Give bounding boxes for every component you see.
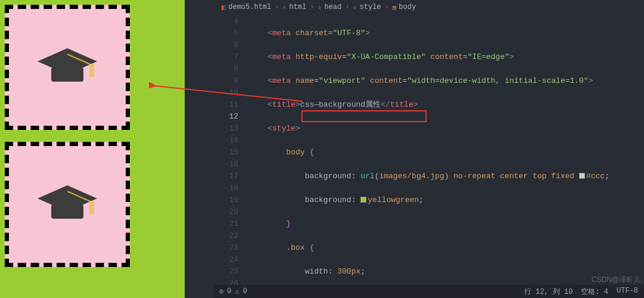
code-lines[interactable]: <meta charset="UTF-8"> <meta http-equiv=… xyxy=(249,14,644,285)
breadcrumb-part[interactable]: style xyxy=(359,3,381,11)
annotation-highlight xyxy=(301,110,427,122)
demo-box xyxy=(5,142,130,267)
breadcrumb-part[interactable]: html xyxy=(289,3,306,11)
status-spaces[interactable]: 空格: 4 xyxy=(581,287,608,297)
svg-rect-3 xyxy=(89,64,94,77)
preview-pane xyxy=(0,0,143,298)
html5-icon: ◧ xyxy=(222,3,226,12)
svg-rect-1 xyxy=(51,67,83,82)
watermark: CSDN@泽昕儿 xyxy=(592,275,640,285)
svg-rect-5 xyxy=(51,204,83,219)
element-icon: ⬨ xyxy=(282,4,287,11)
breadcrumb-file[interactable]: demo5.html xyxy=(228,3,271,11)
error-icon[interactable]: ⊘ xyxy=(219,287,223,296)
demo-box xyxy=(5,5,130,130)
status-bar: ⊘0 ⚠0 行 12, 列 10 空格: 4 UTF-8 xyxy=(213,285,644,298)
chevron-right-icon: › xyxy=(345,3,349,11)
element-icon: ⬨ xyxy=(318,4,322,11)
graduation-hat-icon xyxy=(35,181,100,228)
breadcrumb[interactable]: ◧ demo5.html › ⬨ html › ⬨ head › ⬨ style… xyxy=(213,0,644,14)
status-lncol[interactable]: 行 12, 列 10 xyxy=(524,287,573,297)
chevron-right-icon: › xyxy=(385,3,389,11)
editor-pane: ◧ demo5.html › ⬨ html › ⬨ head › ⬨ style… xyxy=(185,0,644,298)
chevron-right-icon: › xyxy=(275,3,279,11)
graduation-hat-icon xyxy=(35,44,100,91)
warning-count[interactable]: 0 xyxy=(243,287,247,296)
warning-icon[interactable]: ⚠ xyxy=(235,287,239,296)
line-gutter: 4567891011121314151617181920212223242526 xyxy=(213,14,249,285)
status-encoding[interactable]: UTF-8 xyxy=(617,287,638,297)
breadcrumb-part[interactable]: head xyxy=(324,3,341,11)
error-count[interactable]: 0 xyxy=(227,287,231,296)
selector-icon: ⊞ xyxy=(393,4,397,11)
code-area[interactable]: 4567891011121314151617181920212223242526… xyxy=(213,14,644,285)
breadcrumb-part[interactable]: body xyxy=(399,3,416,11)
chevron-right-icon: › xyxy=(310,3,314,11)
element-icon: ⬨ xyxy=(353,4,357,11)
svg-rect-7 xyxy=(89,201,94,214)
